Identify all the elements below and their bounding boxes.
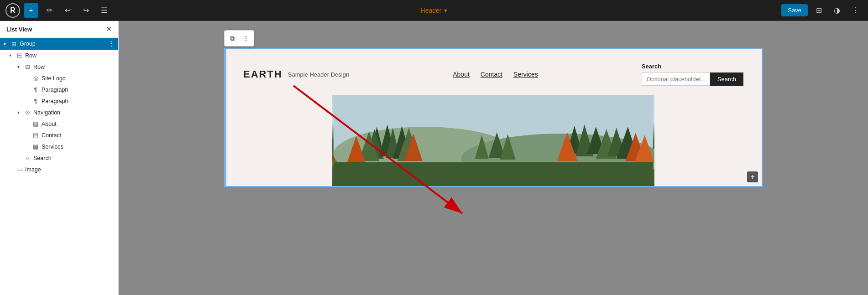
sidebar: List View ✕ ▾⊞Group⋮▾⊟Row▾⊟Row◎Site Logo…	[0, 21, 119, 295]
contrast-button[interactable]: ◑	[830, 3, 844, 18]
brand-name: EARTH	[243, 68, 282, 80]
tree-item-paragraph1[interactable]: ¶Paragraph	[0, 84, 118, 95]
tree-item-navigation[interactable]: ▾⊙Navigation	[0, 107, 118, 118]
row-icon: ⊟	[16, 52, 23, 59]
tree-item-row2[interactable]: ▾⊟Row	[0, 61, 118, 72]
header-dropdown-icon: ▾	[444, 7, 447, 14]
search-input[interactable]	[642, 72, 710, 86]
contrast-icon: ◑	[834, 6, 840, 15]
wordpress-logo[interactable]: R	[5, 3, 20, 18]
list-view-button[interactable]: ☰	[97, 3, 111, 18]
options-icon: ⋮	[852, 6, 859, 15]
navitem-icon: ▤	[32, 120, 39, 127]
search-icon: ○	[24, 155, 31, 161]
toolbar-right: Save ⊟ ◑ ⋮	[781, 3, 863, 18]
tree-item-image[interactable]: ▭Image	[0, 164, 118, 175]
tree-item-sitelogo[interactable]: ◎Site Logo	[0, 72, 118, 84]
undo-icon: ↩	[65, 6, 71, 15]
edit-icon: ✏	[47, 6, 52, 15]
sidebar-header: List View ✕	[0, 21, 118, 38]
navitem-icon: ▤	[32, 143, 39, 150]
image-icon: ▭	[16, 166, 23, 173]
forest-svg	[332, 95, 654, 186]
more-options-icon: ⋮	[243, 35, 249, 42]
save-button[interactable]: Save	[781, 4, 808, 16]
canvas-left-border	[225, 49, 226, 186]
redo-icon: ↪	[83, 6, 89, 15]
chevron-icon: ▾	[9, 53, 14, 58]
nav-link-about[interactable]: About	[453, 71, 470, 78]
options-button[interactable]: ⋮	[848, 3, 863, 18]
chevron-icon: ▾	[17, 64, 22, 69]
tree-more-button[interactable]: ⋮	[108, 40, 115, 47]
view-split-button[interactable]: ⊟	[811, 3, 826, 18]
close-icon: ✕	[106, 25, 112, 33]
add-block-canvas-button[interactable]: +	[747, 171, 758, 182]
plus-icon: +	[750, 173, 754, 181]
tree-label-paragraph2: Paragraph	[42, 98, 68, 104]
sidebar-close-button[interactable]: ✕	[106, 26, 112, 33]
add-block-button[interactable]: +	[24, 3, 38, 18]
tree-label-sitelogo: Site Logo	[42, 75, 66, 82]
header-search: Search Search	[642, 63, 743, 86]
row-icon: ⊟	[24, 63, 31, 70]
tree-label-contact: Contact	[42, 132, 61, 139]
tree-label-group: Group	[20, 41, 36, 47]
para-icon: ¶	[32, 86, 39, 93]
tree-item-row1[interactable]: ▾⊟Row	[0, 50, 118, 61]
header-row: EARTH Sample Header Design About Contact…	[243, 63, 743, 95]
tree-label-about: About	[42, 121, 57, 127]
canvas-content: EARTH Sample Header Design About Contact…	[224, 48, 763, 187]
block-more-button[interactable]: ⋮	[240, 32, 252, 45]
tree-label-services: Services	[42, 144, 63, 150]
tree-label-row2: Row	[33, 64, 45, 70]
tree-label-search: Search	[33, 155, 52, 161]
nav-link-contact[interactable]: Contact	[481, 71, 502, 78]
block-toolbar: ⧉ ⋮	[224, 30, 254, 47]
chevron-icon: ▾	[17, 110, 22, 115]
brand-tagline: Sample Header Design	[288, 71, 349, 78]
header-nav: About Contact Services	[453, 71, 538, 78]
tree-item-search[interactable]: ○Search	[0, 152, 118, 164]
top-toolbar: R + ✏ ↩ ↪ ☰ Header ▾ Save ⊟ ◑ ⋮	[0, 0, 868, 21]
canvas-wrapper: ⧉ ⋮ EARTH Sample Header Design About	[224, 30, 763, 187]
chevron-icon: ▾	[4, 41, 8, 47]
tree-item-services[interactable]: ▤Services	[0, 141, 118, 152]
forest-image	[332, 95, 654, 186]
list-icon: ☰	[101, 6, 107, 15]
tree-item-paragraph2[interactable]: ¶Paragraph	[0, 95, 118, 107]
navitem-icon: ▤	[32, 132, 39, 139]
block-copy-button[interactable]: ⧉	[226, 32, 239, 45]
para-icon: ¶	[32, 98, 39, 104]
undo-button[interactable]: ↩	[60, 3, 75, 18]
view-split-icon: ⊟	[816, 6, 822, 15]
tree-container: ▾⊞Group⋮▾⊟Row▾⊟Row◎Site Logo¶Paragraph¶P…	[0, 38, 118, 175]
sidebar-title: List View	[6, 26, 32, 33]
tree-item-group[interactable]: ▾⊞Group⋮	[0, 38, 118, 50]
search-label: Search	[642, 63, 743, 70]
svg-rect-21	[334, 162, 653, 186]
group-icon: ⊞	[10, 41, 17, 47]
logo-icon: ◎	[32, 75, 39, 82]
edit-button[interactable]: ✏	[42, 3, 57, 18]
search-row: Search	[642, 72, 743, 86]
main-area: List View ✕ ▾⊞Group⋮▾⊟Row▾⊟Row◎Site Logo…	[0, 21, 868, 295]
nav-link-services[interactable]: Services	[513, 71, 538, 78]
tree-item-contact[interactable]: ▤Contact	[0, 129, 118, 141]
tree-label-paragraph1: Paragraph	[42, 87, 68, 93]
canvas-area[interactable]: ⧉ ⋮ EARTH Sample Header Design About	[119, 21, 868, 295]
canvas-image-section	[225, 95, 762, 186]
copy-icon: ⧉	[230, 35, 235, 42]
redo-button[interactable]: ↪	[78, 3, 93, 18]
tree-label-row1: Row	[25, 52, 37, 59]
search-button[interactable]: Search	[710, 72, 743, 86]
tree-label-image: Image	[25, 166, 41, 173]
add-icon: +	[29, 6, 33, 15]
header-label[interactable]: Header ▾	[421, 7, 448, 14]
tree-item-about[interactable]: ▤About	[0, 118, 118, 129]
nav-icon: ⊙	[24, 109, 31, 116]
tree-label-navigation: Navigation	[33, 109, 60, 116]
header-brand: EARTH Sample Header Design	[243, 68, 349, 80]
